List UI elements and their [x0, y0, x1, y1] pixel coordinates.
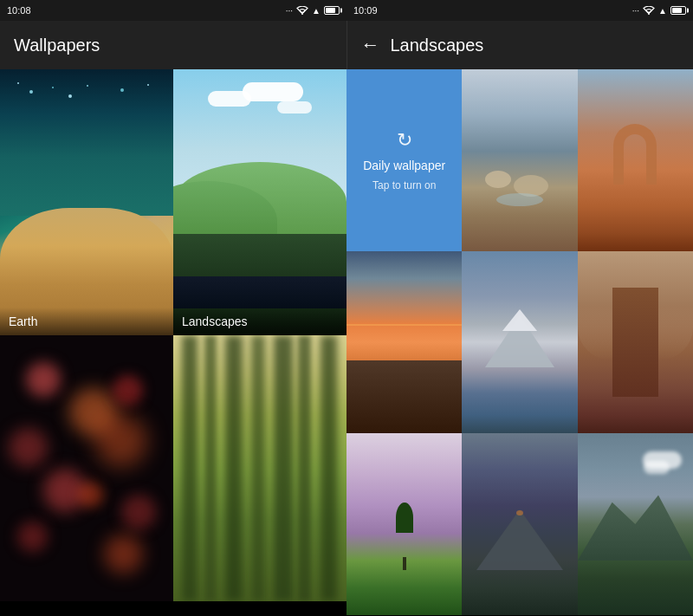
earth-label: Earth: [0, 308, 173, 335]
svg-point-0: [301, 13, 303, 15]
right-cellular-icon: ▲: [658, 6, 667, 16]
left-status-icons: ··· ▲: [286, 6, 340, 16]
wallpapers-grid: Earth Landscapes: [0, 69, 346, 616]
landscape-forest-mountain[interactable]: [578, 433, 693, 615]
wallpaper-landscapes-thumb[interactable]: Landscapes: [173, 69, 346, 335]
right-time: 10:09: [353, 5, 378, 16]
left-signal-icon: ···: [286, 6, 293, 16]
landscape-canyon[interactable]: [578, 251, 693, 433]
left-status-bar: 10:08 ··· ▲: [0, 0, 346, 21]
left-wifi-icon: [296, 6, 308, 15]
right-wifi-icon: [643, 6, 655, 15]
left-battery-icon: [324, 6, 340, 15]
right-battery-icon: [670, 6, 686, 15]
wallpaper-bokeh[interactable]: [0, 335, 173, 601]
right-signal-icon: ···: [632, 6, 639, 16]
right-status-icons: ··· ▲: [632, 6, 686, 16]
landscapes-grid: ↻ Daily wallpaper Tap to turn on: [346, 69, 693, 616]
wallpapers-header: Wallpapers: [0, 21, 347, 69]
wallpaper-earth[interactable]: Earth: [0, 69, 173, 335]
svg-point-1: [648, 13, 650, 15]
landscape-river[interactable]: [462, 69, 577, 251]
landscape-sunset[interactable]: [346, 251, 462, 433]
landscape-volcano[interactable]: [462, 433, 577, 615]
daily-refresh-icon: ↻: [397, 129, 412, 152]
left-time: 10:08: [7, 5, 31, 16]
landscape-arch[interactable]: [578, 69, 693, 251]
headers-row: Wallpapers ← Landscapes: [0, 21, 693, 69]
wallpapers-title: Wallpapers: [14, 36, 100, 55]
right-status-bar: 10:09 ··· ▲: [346, 0, 693, 21]
landscape-lavender[interactable]: [346, 433, 462, 615]
left-cellular-icon: ▲: [312, 6, 321, 16]
landscapes-title: Landscapes: [391, 36, 484, 55]
daily-wallpaper-item[interactable]: ↻ Daily wallpaper Tap to turn on: [346, 69, 462, 251]
daily-subtitle: Tap to turn on: [372, 179, 436, 191]
daily-subtitle-text: Tap to turn on: [372, 179, 436, 191]
wallpaper-forest[interactable]: [173, 335, 346, 601]
daily-title: Daily wallpaper: [363, 159, 445, 172]
landscapes-header: ← Landscapes: [347, 21, 694, 69]
content-area: Earth Landscapes: [0, 69, 693, 616]
landscapes-thumb-label: Landscapes: [173, 308, 346, 335]
back-button[interactable]: ←: [361, 34, 380, 56]
landscape-snow-mountain[interactable]: [462, 251, 577, 433]
